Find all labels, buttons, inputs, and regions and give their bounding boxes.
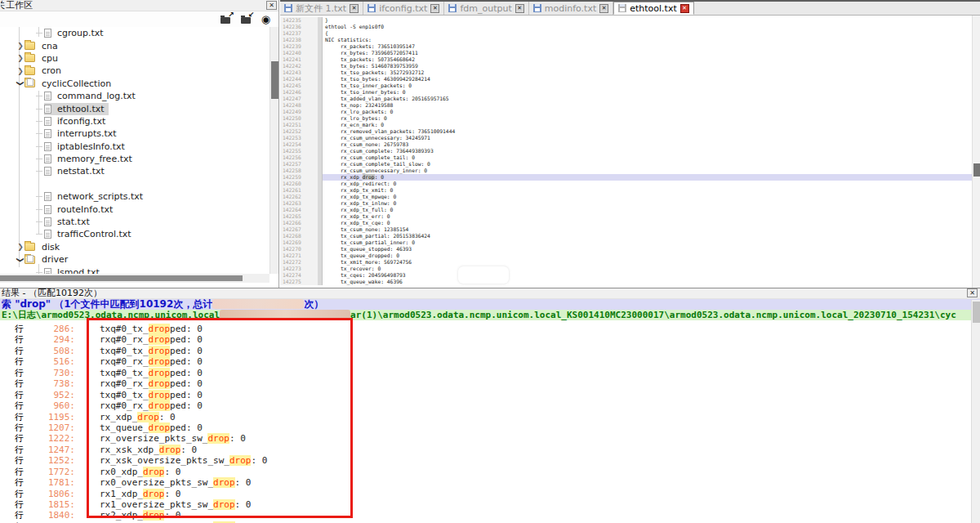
tree-item-interrupts.txt[interactable]: interrupts.txt bbox=[0, 127, 270, 140]
expand-all-folders-icon[interactable]: ↗ bbox=[220, 14, 234, 25]
tab-modinfo.txt[interactable]: modinfo.txt✕ bbox=[529, 2, 614, 15]
editor-line[interactable]: 142241 tx_packets: 507354668642 bbox=[280, 56, 972, 63]
editor-line[interactable]: 142261 rx_xdp_tx_xmit: 0 bbox=[280, 187, 972, 194]
tree-item-cna[interactable]: ❯cna bbox=[0, 39, 270, 51]
tab-ifconfig.txt[interactable]: ifconfig.txt✕ bbox=[363, 2, 444, 15]
result-row[interactable]: 行1207:tx_queue_dropped: 0 bbox=[0, 422, 971, 433]
editor-line[interactable]: 142237{ bbox=[280, 30, 972, 37]
tree-item-cyclicCollection[interactable]: ❯cyclicCollection bbox=[0, 78, 270, 90]
results-close-icon[interactable]: ✕ bbox=[967, 288, 978, 297]
results-file-path-row[interactable]: E:\日志\armod0523.odata.ncmp.unicom.locala… bbox=[0, 310, 980, 320]
result-row[interactable]: 行730:txq#0_tx_dropped: 0 bbox=[0, 368, 971, 378]
tree-item-memory_free.txt[interactable]: memory_free.txt bbox=[0, 153, 270, 165]
tree-item-command_log.txt[interactable]: command_log.txt bbox=[0, 90, 270, 102]
tree-item-stat.txt[interactable]: stat.txt bbox=[0, 216, 270, 228]
tree-item-ethtool.txt[interactable]: ethtool.txt bbox=[0, 102, 270, 114]
editor-line[interactable]: 142250 rx_lro_bytes: 0 bbox=[280, 115, 972, 122]
editor-text-area[interactable]: 142235}142236ethtool -S enp1s0f0142237{1… bbox=[280, 16, 972, 288]
result-row[interactable]: 行1195:rx_xdp_drop: 0 bbox=[0, 412, 971, 422]
result-row[interactable]: 行294:rxq#0_rx_dropped: 0 bbox=[0, 334, 971, 345]
editor-line[interactable]: 142275 tx_queue_wake: 46396 bbox=[280, 279, 972, 285]
editor-line[interactable]: 142245 tx_tso_inner_packets: 0 bbox=[280, 83, 972, 89]
editor-line[interactable]: 142272 tx_xmit_more: 569724756 bbox=[280, 259, 972, 266]
tree-item-iptablesInfo.txt[interactable]: iptablesInfo.txt bbox=[0, 141, 270, 153]
editor-line[interactable]: 142265 rx_xdp_tx_err: 0 bbox=[280, 213, 972, 220]
editor-line[interactable]: 142267 tx_csum_none: 12385154 bbox=[280, 226, 972, 233]
result-row[interactable]: 行516:rxq#0_rx_dropped: 0 bbox=[0, 356, 971, 367]
editor-line[interactable]: 142257 rx_csum_complete_tail_slow: 0 bbox=[280, 161, 972, 168]
tab-新文件 1.txt[interactable]: 新文件 1.txt✕ bbox=[280, 2, 363, 15]
result-row[interactable]: 行960:rxq#0_rx_dropped: 0 bbox=[0, 400, 971, 411]
chevron-right-icon[interactable]: ❯ bbox=[16, 54, 24, 62]
chevron-right-icon[interactable]: ❯ bbox=[16, 67, 24, 75]
tab-ethtool.txt[interactable]: ethtool.txt✕ bbox=[613, 2, 694, 15]
chevron-down-icon[interactable]: ❯ bbox=[16, 79, 24, 87]
editor-line[interactable]: 142247 tx_added_vlan_packets: 2051659571… bbox=[280, 96, 972, 102]
tree-vertical-scrollbar[interactable] bbox=[270, 27, 278, 274]
tree-scrollbar-thumb[interactable] bbox=[271, 61, 278, 99]
tree-item-lsmod.txt[interactable]: lsmod.txt bbox=[0, 266, 270, 274]
editor-line[interactable]: 142243 tx_tso_packets: 35272932712 bbox=[280, 69, 972, 76]
editor-line[interactable]: 142260 rx_xdp_redirect: 0 bbox=[280, 181, 972, 187]
chevron-right-icon[interactable]: ❯ bbox=[16, 42, 24, 50]
editor-line[interactable]: 142274 tx_cqes: 204596498793 bbox=[280, 272, 972, 279]
editor-line[interactable]: 142273 tx_recover: 0 bbox=[280, 266, 972, 272]
editor-line[interactable]: 142268 tx_csum_partial: 205153836424 bbox=[280, 233, 972, 239]
editor-line[interactable]: 142266 rx_xdp_tx_cqe: 0 bbox=[280, 220, 972, 226]
chevron-right-icon[interactable]: ❯ bbox=[16, 243, 24, 251]
locate-current-file-icon[interactable]: ◉ bbox=[261, 14, 270, 25]
tree-scrollbar-thumb[interactable] bbox=[0, 275, 243, 281]
editor-line[interactable]: 142242 tx_bytes: 514607839753959 bbox=[280, 63, 972, 69]
editor-line[interactable]: 142254 rx_csum_none: 26759783 bbox=[280, 141, 972, 148]
workspace-close-icon[interactable]: ✕ bbox=[266, 1, 277, 10]
editor-line[interactable]: 142258 rx_csum_unnecessary_inner: 0 bbox=[280, 168, 972, 174]
result-row[interactable]: 行1247:rx_xsk_xdp_drop: 0 bbox=[0, 445, 971, 455]
tree-item-netstat.txt[interactable]: netstat.txt bbox=[0, 165, 270, 177]
editor-line[interactable]: 142270 tx_queue_stopped: 46393 bbox=[280, 246, 972, 253]
tree-item-cgroup.txt[interactable]: cgroup.txt bbox=[0, 27, 270, 39]
tree-item-disk[interactable]: ❯disk bbox=[0, 241, 270, 253]
result-row[interactable]: 行1840:rx2_xdp_drop: 0 bbox=[0, 510, 971, 521]
editor-line[interactable]: 142238NIC statistics: bbox=[280, 37, 972, 43]
tab-close-icon[interactable]: ✕ bbox=[599, 4, 608, 13]
tree-horizontal-scrollbar[interactable] bbox=[0, 274, 270, 283]
editor-line[interactable]: 142236ethtool -S enp1s0f0 bbox=[280, 24, 972, 30]
editor-line[interactable]: 142239 rx_packets: 736510395147 bbox=[280, 43, 972, 50]
editor-scrollbar-thumb[interactable] bbox=[973, 163, 980, 177]
result-row[interactable]: 行952:txq#0_tx_dropped: 0 bbox=[0, 390, 971, 400]
tree-item-cpu[interactable]: ❯cpu bbox=[0, 52, 270, 65]
tree-item-network_scripts.txt[interactable]: network_scripts.txt bbox=[0, 190, 270, 203]
result-row[interactable]: 行286:txq#0_tx_dropped: 0 bbox=[0, 324, 971, 334]
tab-close-icon[interactable]: ✕ bbox=[430, 4, 439, 13]
editor-line[interactable]: 142256 rx_csum_complete_tail: 0 bbox=[280, 154, 972, 161]
result-row[interactable]: 行1806:rx1_xdp_drop: 0 bbox=[0, 489, 971, 499]
collapse-all-folders-icon[interactable]: ↙ bbox=[241, 14, 254, 25]
results-scrollbar-thumb[interactable] bbox=[973, 302, 980, 323]
editor-line[interactable]: 142246 tx_tso_inner_bytes: 0 bbox=[280, 89, 972, 96]
editor-line[interactable]: 142244 tx_tso_bytes: 463099429284214 bbox=[280, 76, 972, 83]
tab-fdm_output[interactable]: fdm_output✕ bbox=[444, 2, 528, 15]
chevron-down-icon[interactable]: ❯ bbox=[16, 256, 24, 264]
result-row[interactable]: 行1815:rx1_oversize_pkts_sw_drop: 0 bbox=[0, 499, 971, 510]
result-row[interactable]: 行508:txq#0_tx_dropped: 0 bbox=[0, 346, 971, 356]
result-row[interactable]: 行738:rxq#0_rx_dropped: 0 bbox=[0, 378, 971, 389]
editor-line[interactable]: 142255 rx_csum_complete: 736449389393 bbox=[280, 148, 972, 154]
result-row[interactable]: 行1222:rx_oversize_pkts_sw_drop: 0 bbox=[0, 433, 971, 444]
editor-line[interactable]: 142249 rx_lro_packets: 0 bbox=[280, 109, 972, 115]
tab-close-icon[interactable]: ✕ bbox=[350, 4, 359, 13]
tree-item-routeInfo.txt[interactable]: routeInfo.txt bbox=[0, 203, 270, 215]
editor-line[interactable]: 142263 rx_xdp_tx_inlnw: 0 bbox=[280, 200, 972, 207]
editor-line[interactable]: 142253 rx_csum_unnecessary: 34245971 bbox=[280, 135, 972, 141]
result-row[interactable]: 行1252:rx_xsk_oversize_pkts_sw_drop: 0 bbox=[0, 455, 971, 466]
editor-line[interactable]: 142252 rx_removed_vlan_packets: 73651009… bbox=[280, 128, 972, 135]
tree-item-ifconfig.txt[interactable]: ifconfig.txt bbox=[0, 115, 270, 127]
results-vertical-scrollbar[interactable] bbox=[971, 300, 980, 523]
result-row[interactable]: 行1781:rx0_oversize_pkts_sw_drop: 0 bbox=[0, 477, 971, 488]
tree-item-cron[interactable]: ❯cron bbox=[0, 65, 270, 77]
tab-close-icon[interactable]: ✕ bbox=[515, 4, 524, 13]
editor-line[interactable]: 142271 tx_queue_dropped: 0 bbox=[280, 253, 972, 259]
editor-line[interactable]: 142262 rx_xdp_tx_mpwqe: 0 bbox=[280, 194, 972, 200]
tab-close-icon[interactable]: ✕ bbox=[680, 4, 689, 13]
editor-line[interactable]: 142251 rx_ecn_mark: 0 bbox=[280, 122, 972, 128]
editor-line[interactable]: 142264 rx_xdp_tx_full: 0 bbox=[280, 207, 972, 213]
